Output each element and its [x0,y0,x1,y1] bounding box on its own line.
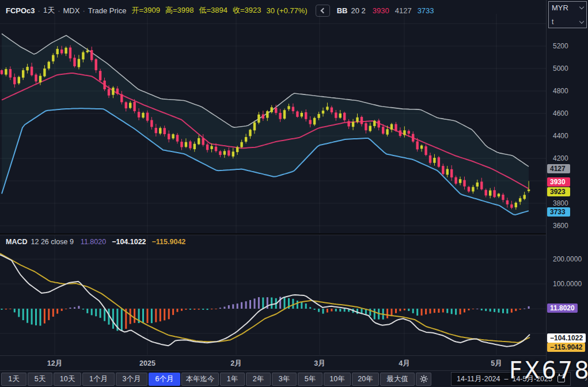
price-type-label: Trade Price [88,6,127,15]
range-button-6个月[interactable]: 6个月 [149,373,180,386]
ohlc-low: 低=3894 [199,5,227,16]
price-tick-label: 4200 [553,154,568,162]
time-axis-label: 3月 [314,358,325,368]
calendar-icon [557,375,565,382]
separator-dot: · [58,6,60,15]
price-tick-label: 3800 [553,199,568,207]
currency-unit-selector: MYR t [548,1,587,28]
range-toolbar: 1天5天10天1个月3个月6个月本年迄今1年2年3年5年10年20年最大值14-… [0,370,588,387]
interval-label[interactable]: 1天 [43,5,55,16]
separator-dot: · [38,6,40,15]
price-tick-label: 4800 [553,87,568,95]
range-button-1年[interactable]: 1年 [220,373,245,386]
macd-badge: −104.1022 [547,333,586,343]
ohlc-high: 高=3998 [165,5,194,16]
date-range-end: 14-5月-2025 [512,374,552,384]
toolbar-overflow-chevron-icon[interactable]: › [585,374,587,383]
time-axis-label: 4月 [399,358,409,368]
price-tick-label: 4400 [553,132,568,140]
range-button-5年[interactable]: 5年 [298,373,323,386]
price-tick-label: 3600 [553,222,568,230]
bb-label: BB [337,6,348,15]
bb-lower-value: 3733 [418,6,434,15]
date-range-separator: – [504,375,509,383]
range-button-3年[interactable]: 3年 [272,373,297,386]
gear-icon [420,375,428,383]
macd-tick-label: 200.0000 [553,255,582,263]
range-button-本年迄今[interactable]: 本年迄今 [181,373,219,386]
price-badge: 3923 [547,187,570,196]
time-axis-label: 5月 [491,358,502,368]
unit-dropdown[interactable]: t [552,18,583,26]
macd-indicator-legend[interactable]: MACD 12 26 close 9 11.8020 −104.1022 −11… [6,238,185,246]
ohlc-open: 开=3909 [131,5,160,16]
change-percent: 30 (+0.77%) [267,6,308,15]
macd-badge: 11.8020 [547,303,578,313]
macd-hist-value: 11.8020 [81,238,106,246]
range-button-1天[interactable]: 1天 [1,373,26,386]
time-axis-label: 2月 [230,358,241,368]
macd-label: MACD [6,238,28,246]
range-button-20年[interactable]: 20年 [352,373,379,386]
range-button-3个月[interactable]: 3个月 [116,373,147,386]
price-badge: 4127 [547,164,570,173]
collapse-legend-button[interactable] [316,5,330,17]
macd-signal-value: −115.9042 [152,238,186,246]
currency-value: MYR [552,3,568,12]
bb-indicator-legend[interactable]: BB 20 2 3930 4127 3733 [337,6,434,15]
price-tick-label: 4600 [553,109,568,117]
price-and-macd-chart[interactable] [0,0,546,370]
price-axis[interactable]: 52005000480046004400420038003600200.0000… [546,0,588,370]
time-axis-label: 12月 [47,358,62,368]
time-axis[interactable]: 12月20252月3月4月5月 [0,355,546,370]
currency-dropdown[interactable]: MYR [552,3,583,12]
chevron-left-icon [320,7,326,13]
price-badge: 3733 [547,207,570,217]
chevron-down-icon [579,18,584,23]
chart-settings-button[interactable] [416,373,431,386]
time-axis-label: 2025 [139,359,155,367]
chevron-down-icon [579,5,584,9]
range-button-1个月[interactable]: 1个月 [82,373,115,386]
unit-value: t [552,18,553,26]
macd-tick-label: 100.0000 [553,280,582,288]
range-button-最大值[interactable]: 最大值 [380,373,415,386]
price-tick-label: 5000 [553,64,568,73]
exchange-label: MDX [63,6,80,15]
bb-basis-value: 3930 [373,6,389,15]
macd-badge: −115.9042 [547,343,585,352]
range-button-10年[interactable]: 10年 [324,373,351,386]
date-range-picker[interactable]: 14-11月-2024–14-5月-2025 [451,372,571,386]
ohlc-close: 收=3923 [233,5,261,16]
separator-dot: · [82,6,85,15]
trading-app-window: FCPOc3 · 1天 · MDX · Trade Price 开=3909 高… [0,0,588,387]
macd-line-value: −104.1022 [112,238,146,246]
bb-upper-value: 4127 [395,6,412,15]
date-range-start: 14-11月-2024 [457,374,500,384]
chart-legend-row: FCPOc3 · 1天 · MDX · Trade Price 开=3909 高… [6,4,434,17]
price-tick-label: 5200 [553,42,568,50]
macd-params: 12 26 close 9 [31,238,74,246]
symbol-name[interactable]: FCPOc3 [6,6,35,15]
range-button-2年[interactable]: 2年 [246,373,271,386]
range-button-5天[interactable]: 5天 [28,373,52,386]
range-button-10天[interactable]: 10天 [54,373,81,386]
bb-params: 20 2 [351,6,365,15]
price-badge: 3930 [547,177,570,187]
